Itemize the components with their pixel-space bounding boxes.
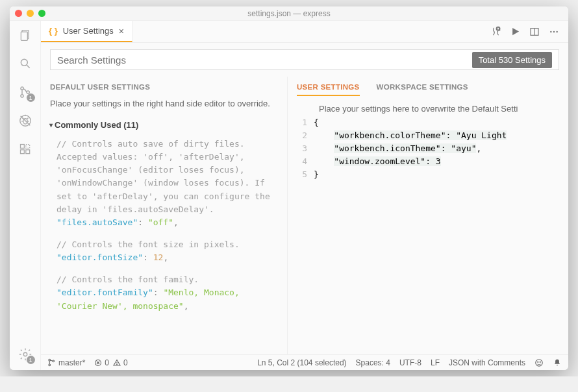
- run-icon[interactable]: [510, 27, 520, 36]
- settings-search-box[interactable]: Total 530 Settings: [50, 49, 559, 70]
- git-branch[interactable]: master*: [47, 358, 85, 367]
- scm-icon[interactable]: 1: [18, 84, 33, 100]
- explorer-icon[interactable]: [18, 27, 33, 43]
- svg-point-27: [553, 31, 555, 32]
- svg-line-3: [27, 66, 29, 68]
- split-editor-icon[interactable]: [529, 27, 540, 37]
- eol[interactable]: LF: [431, 358, 440, 367]
- tab-bar: { } User Settings ×: [41, 21, 568, 43]
- svg-point-5: [20, 95, 23, 97]
- notifications-bell-icon[interactable]: [553, 358, 562, 367]
- minimize-window-button[interactable]: [27, 10, 34, 17]
- svg-point-37: [117, 364, 118, 365]
- gear-badge: 1: [27, 356, 35, 364]
- settings-search-row: Total 530 Settings: [41, 43, 568, 77]
- problems-warnings[interactable]: 0: [113, 358, 128, 367]
- svg-point-2: [21, 59, 27, 66]
- comment: // Controls the font family.: [57, 273, 278, 286]
- braces-icon: { }: [49, 26, 58, 36]
- svg-point-30: [49, 364, 51, 366]
- svg-point-28: [556, 31, 557, 32]
- svg-point-26: [550, 31, 551, 32]
- tab-user-settings[interactable]: { } User Settings ×: [41, 21, 132, 42]
- svg-point-29: [49, 359, 51, 361]
- open-raw-icon[interactable]: [490, 26, 501, 37]
- svg-point-39: [538, 361, 538, 362]
- cursor-position[interactable]: Ln 5, Col 2 (104 selected): [257, 358, 346, 367]
- svg-rect-18: [25, 145, 29, 149]
- svg-rect-15: [20, 145, 24, 149]
- settings-scope-tabs: USER SETTINGS WORKSPACE SETTINGS: [288, 83, 568, 100]
- window-controls: [15, 10, 45, 17]
- editor-actions: [490, 21, 568, 42]
- indentation[interactable]: Spaces: 4: [356, 358, 390, 367]
- default-settings-heading: DEFAULT USER SETTINGS: [50, 83, 278, 91]
- tab-label: User Settings: [63, 26, 114, 36]
- tab-close-icon[interactable]: ×: [119, 26, 124, 36]
- status-bar: master* 0 0 Ln 5, Col 2 (104 selected) S…: [41, 354, 568, 370]
- svg-point-19: [23, 352, 27, 356]
- svg-rect-1: [21, 32, 27, 40]
- default-settings-pane: DEFAULT USER SETTINGS Place your setting…: [41, 77, 288, 354]
- search-icon[interactable]: [18, 56, 33, 71]
- close-window-button[interactable]: [15, 10, 22, 17]
- svg-point-40: [540, 361, 540, 362]
- language-mode[interactable]: JSON with Comments: [449, 358, 525, 367]
- user-settings-pane: USER SETTINGS WORKSPACE SETTINGS Place y…: [288, 77, 568, 354]
- svg-line-10: [27, 117, 28, 119]
- app-body: 1 1 { } User Settings ×: [10, 21, 568, 370]
- svg-point-31: [53, 360, 55, 362]
- zoom-window-button[interactable]: [38, 10, 45, 17]
- user-settings-editor[interactable]: 1 2 3 4 5 { "workbench.colorTheme": "Ayu…: [288, 116, 568, 181]
- user-settings-hint: Place your settings here to overwrite th…: [288, 100, 568, 116]
- tab-user-scope[interactable]: USER SETTINGS: [297, 83, 360, 96]
- more-actions-icon[interactable]: [549, 27, 559, 37]
- activity-bar: 1 1: [10, 21, 41, 370]
- main-area: { } User Settings ×: [41, 21, 568, 370]
- window-title: settings.json — express: [10, 9, 568, 18]
- problems-errors[interactable]: 0: [94, 358, 109, 367]
- settings-panes: DEFAULT USER SETTINGS Place your setting…: [41, 77, 568, 354]
- section-commonly-used[interactable]: Commonly Used (11): [50, 120, 278, 130]
- svg-marker-23: [512, 28, 519, 35]
- settings-gear-icon[interactable]: 1: [18, 347, 33, 362]
- line-gutter: 1 2 3 4 5: [288, 116, 314, 181]
- feedback-smiley-icon[interactable]: [534, 358, 544, 367]
- extensions-icon[interactable]: [18, 141, 33, 157]
- scm-badge: 1: [27, 93, 35, 102]
- svg-point-4: [20, 87, 23, 90]
- svg-rect-16: [20, 150, 24, 154]
- total-settings-badge: Total 530 Settings: [472, 52, 552, 68]
- svg-point-38: [536, 359, 543, 366]
- encoding[interactable]: UTF-8: [399, 358, 421, 367]
- default-settings-code: // Controls auto save of dirty files. Ac…: [50, 138, 278, 313]
- tab-workspace-scope[interactable]: WORKSPACE SETTINGS: [377, 83, 468, 96]
- app-window: settings.json — express 1 1: [10, 6, 568, 370]
- search-input[interactable]: [57, 55, 472, 66]
- svg-rect-17: [25, 150, 29, 154]
- titlebar: settings.json — express: [10, 6, 568, 21]
- debug-icon[interactable]: [18, 113, 33, 129]
- comment: // Controls auto save of dirty files. Ac…: [57, 138, 278, 216]
- comment: // Controls the font size in pixels.: [57, 238, 278, 251]
- editor-lines[interactable]: { "workbench.colorTheme": "Ayu Light "wo…: [314, 116, 568, 181]
- override-hint: Place your settings in the right hand si…: [50, 99, 278, 108]
